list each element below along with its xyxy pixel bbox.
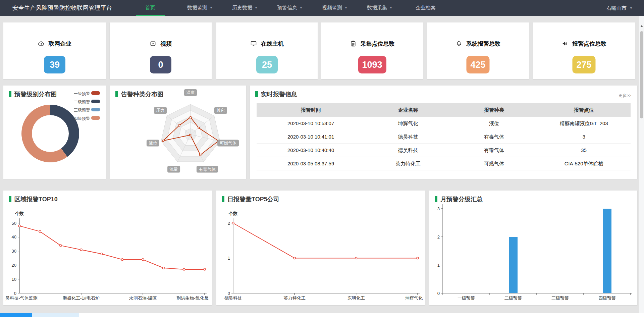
- svg-text:荆洪生物-氧化反: 荆洪生物-氧化反: [176, 296, 208, 301]
- table-cell: 精醇南罐液位GT_203: [537, 117, 631, 130]
- stat-card-4: 采集点位总数1093: [321, 22, 423, 79]
- app-title: 安全生产风险预警防控物联网管理平台: [12, 0, 112, 16]
- nav-item-label: 企业档案: [416, 5, 436, 10]
- horizontal-scrollbar[interactable]: [0, 313, 644, 317]
- table-header-cell: 报警种类: [451, 103, 537, 117]
- table-cell: GIA-520单体贮槽: [537, 157, 631, 170]
- table-cell: 有毒气体: [451, 144, 537, 157]
- table-cell: 德昊科技: [365, 130, 451, 144]
- stat-card-label: 在线主机: [216, 40, 318, 48]
- title-bar-icon: [435, 196, 437, 202]
- table-cell: 2020-03-10 10:53:07: [257, 117, 365, 130]
- table-cell: 可燃气体: [451, 157, 537, 170]
- donut-legend: 一级预警二级预警三级预警四级预警: [3, 86, 106, 179]
- chevron-down-icon: ▼: [630, 6, 633, 10]
- stat-card-5: 系统报警总数425: [427, 22, 529, 79]
- legend-label: 四级预警: [74, 116, 90, 121]
- bell-icon: [455, 40, 462, 47]
- nav-item-2[interactable]: 数据监测▼: [187, 0, 213, 16]
- panel-daily-top5: 012个数德昊科技英力特化工东明化工坤辉气化 日报警量TOP5公司: [216, 191, 425, 305]
- stat-card-1: 联网企业39: [3, 22, 106, 79]
- dashboard-root: 安全生产风险预警防控物联网管理平台 首页数据监测▼历史数据▼预警信息▼视频监测▼…: [0, 0, 644, 317]
- legend-swatch: [91, 116, 100, 120]
- svg-text:温度: 温度: [186, 90, 195, 95]
- svg-text:压力: 压力: [156, 108, 165, 113]
- svg-text:20: 20: [12, 263, 16, 268]
- svg-text:40: 40: [12, 234, 16, 240]
- navbar: 安全生产风险预警防控物联网管理平台 首页数据监测▼历史数据▼预警信息▼视频监测▼…: [0, 0, 644, 16]
- nav-item-label: 数据监测: [187, 5, 207, 10]
- more-link[interactable]: 更多>>: [619, 93, 631, 99]
- panel-title: 月预警分级汇总: [435, 195, 483, 203]
- chevron-down-icon: ▼: [389, 6, 392, 9]
- table-cell: 英力特化工: [365, 157, 451, 170]
- scroll-up-icon[interactable]: [640, 25, 643, 27]
- legend-item[interactable]: 一级预警: [3, 91, 104, 96]
- stat-card-value-badge: 39: [44, 56, 65, 73]
- svg-text:个数: 个数: [15, 211, 24, 216]
- horizontal-scrollbar-thumb[interactable]: [0, 313, 32, 317]
- chevron-down-icon: ▼: [210, 6, 213, 9]
- radar-axis-label: 压力: [154, 107, 167, 114]
- legend-label: 一级预警: [74, 91, 90, 97]
- stat-card-label: 联网企业: [3, 40, 106, 48]
- vertical-scrollbar[interactable]: [639, 16, 644, 317]
- stat-card-value-badge: 0: [150, 56, 171, 73]
- table-cell: 液位: [451, 117, 537, 130]
- panel-region-top10: 01020304050个数昊科技-气体监测鹏盛化工-1#电石炉永润石油-罐区荆洪…: [3, 191, 212, 305]
- svg-text:0: 0: [228, 291, 230, 296]
- clipboard-icon: [350, 40, 357, 47]
- nav-item-3[interactable]: 历史数据▼: [232, 0, 258, 16]
- title-bar-icon: [115, 91, 118, 97]
- nav-item-6[interactable]: 数据采集▼: [367, 0, 392, 16]
- stat-card-label: 系统报警总数: [427, 40, 529, 48]
- table-row: 2020-03-05 08:37:59英力特化工可燃气体GIA-520单体贮槽: [257, 157, 631, 170]
- svg-text:3: 3: [437, 206, 440, 211]
- alarm-table-header: 报警时间企业名称报警种类报警点位: [257, 103, 631, 117]
- scrollbar-thumb[interactable]: [640, 31, 643, 118]
- panel-realtime-alarms: 实时报警信息 更多>> 报警时间企业名称报警种类报警点位 2020-03-10 …: [250, 86, 637, 179]
- chevron-down-icon: ▼: [300, 6, 303, 9]
- region-selector[interactable]: 石嘴山市▼: [606, 0, 633, 16]
- table-header-cell: 报警点位: [537, 103, 631, 117]
- svg-text:1: 1: [437, 263, 440, 268]
- stat-card-value-badge: 425: [466, 56, 489, 73]
- stat-card-3: 在线主机25: [216, 22, 318, 79]
- svg-text:四级预警: 四级预警: [598, 296, 616, 301]
- svg-text:2: 2: [228, 221, 230, 226]
- table-cell: 2020-03-05 08:37:59: [257, 157, 365, 170]
- nav-item-label: 预警信息: [277, 5, 297, 10]
- legend-swatch: [91, 100, 100, 103]
- legend-item[interactable]: 二级预警: [3, 99, 104, 104]
- legend-item[interactable]: 三级预警: [3, 107, 104, 112]
- legend-item[interactable]: 四级预警: [3, 116, 104, 120]
- nav-item-5[interactable]: 视频监测▼: [322, 0, 347, 16]
- stat-card-2: 视频0: [110, 22, 212, 79]
- stat-card-value-badge: 1093: [358, 56, 386, 73]
- nav-item-4[interactable]: 预警信息▼: [277, 0, 303, 16]
- table-row: 2020-03-10 10:53:07坤辉气化液位精醇南罐液位GT_203: [257, 117, 631, 130]
- panel-alarm-type: 温度其它可燃气体有毒气体流量液位压力 告警种类分布图: [110, 86, 246, 179]
- svg-text:10: 10: [12, 277, 16, 282]
- table-cell: 德昊科技: [365, 144, 451, 157]
- svg-text:2: 2: [437, 234, 440, 240]
- svg-text:其它: 其它: [216, 108, 225, 113]
- nav-item-1[interactable]: 首页: [136, 0, 165, 16]
- table-row: 2020-03-10 10:40:40德昊科技有毒气体35: [257, 144, 631, 157]
- svg-text:德昊科技: 德昊科技: [224, 296, 242, 301]
- svg-text:东明化工: 东明化工: [347, 296, 365, 301]
- title-bar-icon: [255, 91, 258, 97]
- stat-card-label: 报警点位总数: [533, 40, 635, 48]
- stat-card-value-badge: 25: [256, 56, 278, 73]
- video-icon: [150, 40, 156, 47]
- table-cell: 2020-03-10 10:40:40: [257, 144, 365, 157]
- nav-item-label: 数据采集: [367, 5, 387, 10]
- legend-swatch: [91, 91, 100, 95]
- table-cell: 2020-03-10 10:41:01: [257, 130, 365, 144]
- legend-label: 二级预警: [74, 99, 90, 105]
- chevron-down-icon: ▼: [255, 6, 258, 9]
- svg-text:坤辉气化: 坤辉气化: [405, 296, 423, 301]
- nav-item-7[interactable]: 企业档案: [416, 0, 436, 16]
- radar-axis-label: 有毒气体: [197, 166, 218, 173]
- svg-text:一级预警: 一级预警: [458, 296, 475, 301]
